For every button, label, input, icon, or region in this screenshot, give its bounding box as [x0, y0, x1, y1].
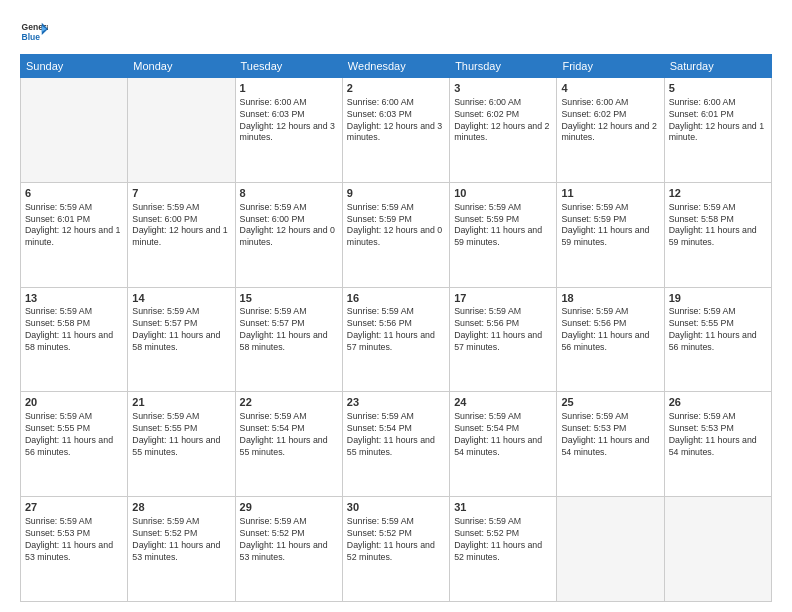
col-header-tuesday: Tuesday — [235, 55, 342, 78]
day-cell — [664, 497, 771, 602]
day-info: Sunrise: 5:59 AMSunset: 5:58 PMDaylight:… — [25, 306, 123, 354]
day-number: 2 — [347, 81, 445, 96]
day-number: 25 — [561, 395, 659, 410]
day-info: Sunrise: 5:59 AMSunset: 5:56 PMDaylight:… — [561, 306, 659, 354]
day-info: Sunrise: 5:59 AMSunset: 5:52 PMDaylight:… — [454, 516, 552, 564]
day-number: 11 — [561, 186, 659, 201]
day-cell: 8Sunrise: 5:59 AMSunset: 6:00 PMDaylight… — [235, 182, 342, 287]
day-info: Sunrise: 5:59 AMSunset: 5:52 PMDaylight:… — [347, 516, 445, 564]
day-info: Sunrise: 5:59 AMSunset: 5:53 PMDaylight:… — [25, 516, 123, 564]
day-number: 23 — [347, 395, 445, 410]
logo: General Blue — [20, 18, 48, 46]
week-row-5: 27Sunrise: 5:59 AMSunset: 5:53 PMDayligh… — [21, 497, 772, 602]
day-cell: 15Sunrise: 5:59 AMSunset: 5:57 PMDayligh… — [235, 287, 342, 392]
day-number: 6 — [25, 186, 123, 201]
day-number: 15 — [240, 291, 338, 306]
day-number: 4 — [561, 81, 659, 96]
col-header-friday: Friday — [557, 55, 664, 78]
day-info: Sunrise: 5:59 AMSunset: 5:53 PMDaylight:… — [561, 411, 659, 459]
day-info: Sunrise: 5:59 AMSunset: 5:59 PMDaylight:… — [561, 202, 659, 250]
calendar-table: SundayMondayTuesdayWednesdayThursdayFrid… — [20, 54, 772, 602]
day-info: Sunrise: 5:59 AMSunset: 5:55 PMDaylight:… — [132, 411, 230, 459]
day-info: Sunrise: 6:00 AMSunset: 6:03 PMDaylight:… — [347, 97, 445, 145]
day-info: Sunrise: 5:59 AMSunset: 5:56 PMDaylight:… — [347, 306, 445, 354]
day-info: Sunrise: 5:59 AMSunset: 5:57 PMDaylight:… — [240, 306, 338, 354]
day-info: Sunrise: 5:59 AMSunset: 6:00 PMDaylight:… — [240, 202, 338, 250]
day-cell: 23Sunrise: 5:59 AMSunset: 5:54 PMDayligh… — [342, 392, 449, 497]
day-cell: 5Sunrise: 6:00 AMSunset: 6:01 PMDaylight… — [664, 78, 771, 183]
day-info: Sunrise: 5:59 AMSunset: 5:56 PMDaylight:… — [454, 306, 552, 354]
day-number: 18 — [561, 291, 659, 306]
day-number: 29 — [240, 500, 338, 515]
day-cell: 24Sunrise: 5:59 AMSunset: 5:54 PMDayligh… — [450, 392, 557, 497]
col-header-thursday: Thursday — [450, 55, 557, 78]
day-cell: 16Sunrise: 5:59 AMSunset: 5:56 PMDayligh… — [342, 287, 449, 392]
day-info: Sunrise: 5:59 AMSunset: 5:54 PMDaylight:… — [240, 411, 338, 459]
day-number: 17 — [454, 291, 552, 306]
day-number: 26 — [669, 395, 767, 410]
day-number: 12 — [669, 186, 767, 201]
day-cell: 25Sunrise: 5:59 AMSunset: 5:53 PMDayligh… — [557, 392, 664, 497]
day-info: Sunrise: 5:59 AMSunset: 6:00 PMDaylight:… — [132, 202, 230, 250]
day-cell: 31Sunrise: 5:59 AMSunset: 5:52 PMDayligh… — [450, 497, 557, 602]
logo-icon: General Blue — [20, 18, 48, 46]
day-cell: 21Sunrise: 5:59 AMSunset: 5:55 PMDayligh… — [128, 392, 235, 497]
day-cell: 18Sunrise: 5:59 AMSunset: 5:56 PMDayligh… — [557, 287, 664, 392]
day-cell: 12Sunrise: 5:59 AMSunset: 5:58 PMDayligh… — [664, 182, 771, 287]
col-header-monday: Monday — [128, 55, 235, 78]
day-info: Sunrise: 5:59 AMSunset: 5:52 PMDaylight:… — [132, 516, 230, 564]
week-row-4: 20Sunrise: 5:59 AMSunset: 5:55 PMDayligh… — [21, 392, 772, 497]
day-info: Sunrise: 5:59 AMSunset: 5:54 PMDaylight:… — [454, 411, 552, 459]
day-cell: 27Sunrise: 5:59 AMSunset: 5:53 PMDayligh… — [21, 497, 128, 602]
day-number: 8 — [240, 186, 338, 201]
day-number: 28 — [132, 500, 230, 515]
day-number: 7 — [132, 186, 230, 201]
day-info: Sunrise: 6:00 AMSunset: 6:02 PMDaylight:… — [454, 97, 552, 145]
day-info: Sunrise: 5:59 AMSunset: 6:01 PMDaylight:… — [25, 202, 123, 250]
week-row-2: 6Sunrise: 5:59 AMSunset: 6:01 PMDaylight… — [21, 182, 772, 287]
day-number: 21 — [132, 395, 230, 410]
day-cell: 3Sunrise: 6:00 AMSunset: 6:02 PMDaylight… — [450, 78, 557, 183]
day-cell: 20Sunrise: 5:59 AMSunset: 5:55 PMDayligh… — [21, 392, 128, 497]
day-cell: 10Sunrise: 5:59 AMSunset: 5:59 PMDayligh… — [450, 182, 557, 287]
day-cell: 17Sunrise: 5:59 AMSunset: 5:56 PMDayligh… — [450, 287, 557, 392]
day-cell: 7Sunrise: 5:59 AMSunset: 6:00 PMDaylight… — [128, 182, 235, 287]
col-header-sunday: Sunday — [21, 55, 128, 78]
day-info: Sunrise: 5:59 AMSunset: 5:52 PMDaylight:… — [240, 516, 338, 564]
day-number: 16 — [347, 291, 445, 306]
col-header-saturday: Saturday — [664, 55, 771, 78]
page: General Blue SundayMondayTuesdayWednesda… — [0, 0, 792, 612]
day-cell: 19Sunrise: 5:59 AMSunset: 5:55 PMDayligh… — [664, 287, 771, 392]
day-info: Sunrise: 5:59 AMSunset: 5:55 PMDaylight:… — [25, 411, 123, 459]
day-cell: 22Sunrise: 5:59 AMSunset: 5:54 PMDayligh… — [235, 392, 342, 497]
day-cell: 13Sunrise: 5:59 AMSunset: 5:58 PMDayligh… — [21, 287, 128, 392]
day-number: 31 — [454, 500, 552, 515]
day-cell: 28Sunrise: 5:59 AMSunset: 5:52 PMDayligh… — [128, 497, 235, 602]
day-info: Sunrise: 6:00 AMSunset: 6:03 PMDaylight:… — [240, 97, 338, 145]
day-number: 1 — [240, 81, 338, 96]
day-cell: 4Sunrise: 6:00 AMSunset: 6:02 PMDaylight… — [557, 78, 664, 183]
day-cell — [128, 78, 235, 183]
day-cell: 1Sunrise: 6:00 AMSunset: 6:03 PMDaylight… — [235, 78, 342, 183]
day-info: Sunrise: 5:59 AMSunset: 5:58 PMDaylight:… — [669, 202, 767, 250]
day-number: 9 — [347, 186, 445, 201]
calendar-header-row: SundayMondayTuesdayWednesdayThursdayFrid… — [21, 55, 772, 78]
day-info: Sunrise: 5:59 AMSunset: 5:53 PMDaylight:… — [669, 411, 767, 459]
day-cell: 29Sunrise: 5:59 AMSunset: 5:52 PMDayligh… — [235, 497, 342, 602]
svg-text:Blue: Blue — [22, 32, 41, 42]
day-cell: 26Sunrise: 5:59 AMSunset: 5:53 PMDayligh… — [664, 392, 771, 497]
day-info: Sunrise: 5:59 AMSunset: 5:57 PMDaylight:… — [132, 306, 230, 354]
day-info: Sunrise: 5:59 AMSunset: 5:59 PMDaylight:… — [347, 202, 445, 250]
day-number: 24 — [454, 395, 552, 410]
day-info: Sunrise: 6:00 AMSunset: 6:02 PMDaylight:… — [561, 97, 659, 145]
day-info: Sunrise: 5:59 AMSunset: 5:54 PMDaylight:… — [347, 411, 445, 459]
day-cell: 14Sunrise: 5:59 AMSunset: 5:57 PMDayligh… — [128, 287, 235, 392]
header: General Blue — [20, 18, 772, 46]
day-info: Sunrise: 5:59 AMSunset: 5:59 PMDaylight:… — [454, 202, 552, 250]
day-cell — [21, 78, 128, 183]
day-number: 30 — [347, 500, 445, 515]
day-cell: 11Sunrise: 5:59 AMSunset: 5:59 PMDayligh… — [557, 182, 664, 287]
day-cell — [557, 497, 664, 602]
day-number: 27 — [25, 500, 123, 515]
day-number: 14 — [132, 291, 230, 306]
